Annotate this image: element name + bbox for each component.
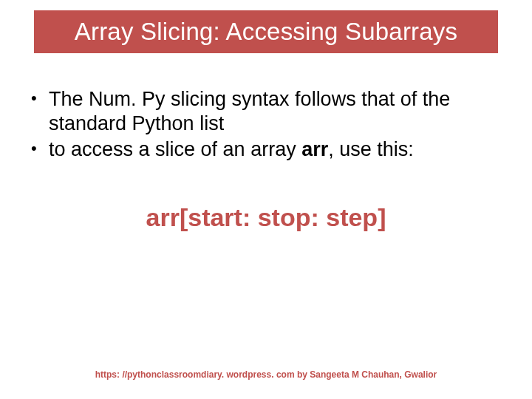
bullet-item: The Num. Py slicing syntax follows that … bbox=[28, 87, 501, 136]
slide-title: Array Slicing: Accessing Subarrays bbox=[75, 18, 458, 46]
bullet-text-post: , use this: bbox=[328, 138, 414, 160]
bullet-text-pre: The Num. Py slicing syntax follows that … bbox=[49, 88, 450, 134]
slide-footer: https: //pythonclassroomdiary. wordpress… bbox=[0, 369, 532, 380]
bullet-item: to access a slice of an array arr, use t… bbox=[28, 137, 501, 162]
bullet-text-bold: arr bbox=[301, 138, 328, 160]
title-bar: Array Slicing: Accessing Subarrays bbox=[34, 10, 498, 53]
syntax-display: arr[start: stop: step] bbox=[0, 203, 532, 232]
footer-url: https: //pythonclassroomdiary. wordpress… bbox=[95, 369, 295, 380]
footer-author: by Sangeeta M Chauhan, Gwalior bbox=[295, 369, 437, 380]
bullet-list: The Num. Py slicing syntax follows that … bbox=[28, 87, 501, 163]
bullet-text-pre: to access a slice of an array bbox=[49, 138, 301, 160]
